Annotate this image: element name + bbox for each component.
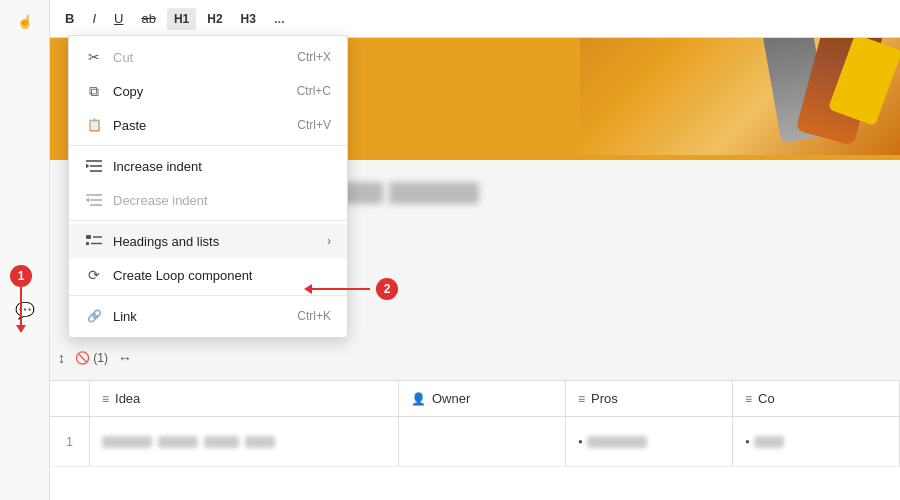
paste-shortcut: Ctrl+V [297,118,331,132]
bullet-1: ● [578,437,583,446]
strikethrough-button[interactable]: ab [134,7,162,30]
paste-label: Paste [113,118,287,133]
blurred-idea-3 [204,436,239,448]
sort-icon[interactable]: ↕ [58,350,65,366]
annotation-arrow-1 [20,287,22,327]
h2-button[interactable]: H2 [200,8,229,30]
table-col-owner[interactable]: 👤 Owner [399,381,566,416]
table-header: ≡ Idea 👤 Owner ≡ Pros ≡ Co [50,381,900,417]
copy-menu-item[interactable]: ⧉ Copy Ctrl+C [69,74,347,108]
divider-1 [69,145,347,146]
svg-rect-8 [86,242,89,245]
paste-icon: 📋 [85,118,103,132]
svg-rect-6 [86,235,91,239]
table-col-idea[interactable]: ≡ Idea [90,381,399,416]
pros-col-icon: ≡ [578,392,585,406]
filter-text[interactable]: 🚫 (1) [75,351,108,365]
decrease-indent-icon [85,193,103,207]
create-loop-label: Create Loop component [113,268,331,283]
cut-menu-item[interactable]: ✂ Cut Ctrl+X [69,40,347,74]
h1-button[interactable]: H1 [167,8,196,30]
bottom-toolbar: ↕ 🚫 (1) ↔ [50,346,140,370]
copy-label: Copy [113,84,287,99]
cut-label: Cut [113,50,287,65]
link-label: Link [113,309,287,324]
idea-col-icon: ≡ [102,392,109,406]
increase-indent-icon [85,159,103,173]
co-col-icon: ≡ [745,392,752,406]
blurred-pros-1 [587,436,647,448]
bold-button[interactable]: B [58,7,81,30]
data-table: ≡ Idea 👤 Owner ≡ Pros ≡ Co 1 [50,380,900,500]
cursor-icon: ☝ [17,14,33,29]
decrease-indent-menu-item[interactable]: Decrease indent [69,183,347,217]
owner-col-label: Owner [432,391,470,406]
headings-lists-label: Headings and lists [113,234,317,249]
co-col-label: Co [758,391,775,406]
cut-icon: ✂ [85,49,103,65]
create-loop-icon: ⟳ [85,267,103,283]
divider-3 [69,295,347,296]
annotation-1: 1 [10,265,32,327]
annotation-circle-2: 2 [376,278,398,300]
decrease-indent-label: Decrease indent [113,193,331,208]
headings-lists-icon [85,234,103,248]
copy-icon: ⧉ [85,83,103,100]
formatting-toolbar: B I U ab H1 H2 H3 ... [50,0,900,38]
copy-shortcut: Ctrl+C [297,84,331,98]
increase-indent-menu-item[interactable]: Increase indent [69,149,347,183]
blurred-word-2 [389,182,479,204]
annotation-line-2 [310,288,370,290]
italic-button[interactable]: I [85,7,103,30]
underline-button[interactable]: U [107,7,130,30]
headings-lists-menu-item[interactable]: Headings and lists › [69,224,347,258]
divider-2 [69,220,347,221]
increase-indent-label: Increase indent [113,159,331,174]
table-col-co[interactable]: ≡ Co [733,381,900,416]
blurred-co-1 [754,436,784,448]
h3-button[interactable]: H3 [234,8,263,30]
blurred-idea-4 [245,436,275,448]
headings-lists-arrow: › [327,234,331,248]
table-row: 1 ● ● [50,417,900,467]
row-owner-cell[interactable] [399,417,566,466]
annotation-circle-1: 1 [10,265,32,287]
table-row-number-header [50,381,90,416]
link-icon: 🔗 [85,309,103,323]
link-menu-item[interactable]: 🔗 Link Ctrl+K [69,299,347,333]
row-co-cell[interactable]: ● [733,417,900,466]
annotation-2: 2 [310,278,398,300]
cut-shortcut: Ctrl+X [297,50,331,64]
idea-col-label: Idea [115,391,140,406]
blurred-idea-1 [102,436,152,448]
annotation-arrow-2 [310,288,370,290]
table-col-pros[interactable]: ≡ Pros [566,381,733,416]
pros-col-label: Pros [591,391,618,406]
bullet-2: ● [745,437,750,446]
row-idea-cell[interactable] [90,417,399,466]
blurred-idea-2 [158,436,198,448]
sidebar: ☝ ⊞ 💬 [0,0,50,500]
link-shortcut: Ctrl+K [297,309,331,323]
row-number-1: 1 [50,417,90,466]
paste-menu-item[interactable]: 📋 Paste Ctrl+V [69,108,347,142]
row-pros-cell[interactable]: ● [566,417,733,466]
more-options-button[interactable]: ... [267,7,292,30]
resize-icon[interactable]: ↔ [118,350,132,366]
owner-col-icon: 👤 [411,392,426,406]
